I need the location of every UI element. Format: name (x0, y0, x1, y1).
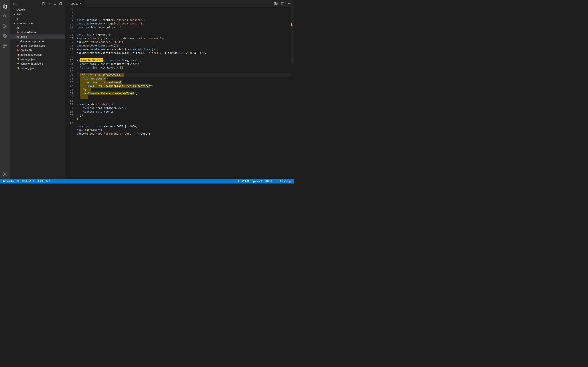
tree-file[interactable]: ⬣docker-compose.yml (10, 43, 65, 48)
code-line[interactable]: app.listen(port); (77, 128, 291, 132)
code-line[interactable]: app.set('views', path.join(__dirname, 'c… (77, 36, 291, 40)
status-live-share-participants[interactable]: 1 (44, 179, 52, 184)
svg-point-19 (3, 182, 4, 182)
json-file-icon: {} (16, 53, 20, 56)
code-line[interactable]: · · · sentiment: s.sentiment, (77, 81, 291, 84)
tree-folder[interactable]: ▸util (10, 25, 65, 30)
tree-file[interactable]: !docker-compose.deb… (10, 39, 65, 43)
code-line[interactable]: · const data = await sentimentService(); (77, 62, 291, 66)
status-eol[interactable]: LF (273, 179, 278, 184)
status-liveshare-host: PJ (40, 180, 43, 183)
code-line[interactable]: · · counts: data.counts (77, 110, 291, 114)
tree-folder[interactable]: ▸client (10, 12, 65, 17)
code-line[interactable] (77, 121, 291, 125)
code-line[interactable]: const session = require('express-session… (77, 18, 291, 22)
docker-file-icon: ⬣ (16, 31, 20, 34)
svg-point-20 (5, 180, 5, 181)
code-line[interactable]: }); (77, 117, 291, 121)
status-cursor-position[interactable]: Ln 21, Col 31 (233, 179, 250, 184)
code-line[interactable]: · res.render('index', { (77, 103, 291, 106)
editor-view[interactable]: 6789101112131415161718192021222324252627… (65, 7, 294, 179)
chevron-right-icon: ▸ (13, 18, 16, 20)
status-sync[interactable] (15, 179, 21, 184)
tree-file[interactable]: ⬣Dockerfile (10, 48, 65, 52)
chevron-right-icon: ▸ (13, 13, 16, 16)
explorer-icon[interactable] (0, 2, 10, 11)
settings-gear-icon[interactable] (0, 169, 10, 179)
code-line[interactable] (77, 55, 291, 58)
sync-icon (17, 180, 19, 183)
code-line[interactable]: · · sentimentWithLevel.push(newTweet); (77, 92, 291, 95)
git-branch-icon (3, 180, 6, 183)
activity-bar (0, 0, 10, 179)
status-warnings-count: 0 (33, 180, 34, 183)
status-indentation[interactable]: Spaces: 2 (251, 179, 264, 184)
minimap[interactable] (291, 7, 294, 179)
status-language-mode[interactable]: JavaScript (278, 179, 292, 184)
explorer-header: E… (10, 0, 65, 7)
tree-folder[interactable]: ▸lib (10, 17, 65, 21)
code-line[interactable]: const path = require('path'); (77, 25, 291, 29)
svg-rect-8 (3, 46, 5, 48)
code-line[interactable]: const port = process.env.PORT || 3000; (77, 125, 291, 128)
svg-point-1 (3, 24, 4, 25)
svg-point-0 (3, 15, 6, 17)
more-actions-icon[interactable] (288, 2, 292, 6)
code-line[interactable]: · for (let s in data.tweets) { (77, 73, 291, 77)
new-folder-icon[interactable] (48, 2, 51, 5)
search-icon[interactable] (0, 11, 10, 21)
tree-file[interactable]: {}tsconfig.json (10, 66, 65, 70)
chevron-right-icon: ▸ (13, 27, 16, 29)
source-control-icon[interactable] (0, 21, 10, 31)
code-line[interactable]: · }); (77, 114, 291, 117)
tree-file[interactable]: JSsentimentService.js (10, 61, 65, 66)
code-line[interactable] (77, 69, 291, 73)
code-line[interactable]: app.use(express.static(path.join(__dirna… (77, 51, 291, 55)
extensions-icon[interactable] (0, 41, 10, 50)
status-encoding[interactable]: UTF-8 (264, 179, 273, 184)
tree-folder[interactable]: ▸node_modules (10, 21, 65, 25)
status-problems[interactable]: 0 0 (21, 179, 35, 184)
code-line[interactable]: · } (77, 95, 291, 99)
code-line[interactable]: · · }; (77, 88, 291, 92)
docker-file-icon: ⬣ (16, 44, 20, 47)
json-file-icon: {} (16, 58, 20, 60)
refresh-icon[interactable] (53, 2, 57, 5)
warning-icon (29, 180, 32, 183)
svg-point-9 (4, 174, 6, 175)
editor-tab-appjs[interactable]: JS app.js × (65, 0, 84, 7)
code-line[interactable] (77, 99, 291, 103)
tree-file[interactable]: ⬣.dockerignore (10, 30, 65, 34)
tree-file-appjs[interactable]: JSapp.js (10, 34, 65, 39)
close-tab-icon[interactable]: × (79, 2, 82, 5)
tree-file[interactable]: {}package.json (10, 57, 65, 61)
compare-changes-icon[interactable] (274, 2, 278, 6)
code-line[interactable]: app.use(bodyParser.json()); (77, 44, 291, 48)
code-line[interactable]: app.get('/', async function (req, res) { (77, 58, 291, 62)
minimap-thumb[interactable] (291, 7, 294, 64)
svg-point-18 (3, 180, 4, 181)
code-line[interactable]: app.set('view engine', 'pug'); (77, 40, 291, 44)
tabs-bar: JS app.js × (65, 0, 294, 7)
collapse-all-icon[interactable] (59, 2, 62, 5)
status-liveshare-count: 1 (49, 180, 51, 183)
code-line[interactable]: const bodyParser = require('body-parser'… (77, 22, 291, 25)
code-line[interactable]: app.use(bodyParser.urlencoded({ extended… (77, 48, 291, 51)
status-live-share[interactable]: PJ (35, 179, 44, 184)
code-line[interactable]: · · let newTweet = { (77, 77, 291, 81)
code-line[interactable]: const app = express(); (77, 33, 291, 36)
split-editor-icon[interactable] (281, 2, 285, 6)
tree-file[interactable]: {}package-lock.json (10, 52, 65, 57)
file-tree: ▸.vscode ▸client ▸lib ▸node_modules ▸uti… (10, 7, 65, 70)
code-line[interactable] (77, 29, 291, 33)
debug-icon[interactable] (0, 31, 10, 41)
new-file-icon[interactable] (42, 2, 45, 5)
tree-folder[interactable]: ▸.vscode (10, 8, 65, 12)
status-git-branch[interactable]: master (2, 179, 15, 184)
code-line[interactable]: · · tweets: sentimentWithLevel, (77, 106, 291, 110)
code-line[interactable]: · · · level: util.getHappinessLevel(s.se… (77, 84, 291, 88)
code-line[interactable]: · let sentimentWithLevel = []; (77, 66, 291, 69)
person-icon (45, 180, 48, 183)
code-line[interactable]: console.log("app listening on port: " + … (77, 132, 291, 136)
code-content[interactable]: Amanda Silver const session = require('e… (77, 7, 291, 179)
